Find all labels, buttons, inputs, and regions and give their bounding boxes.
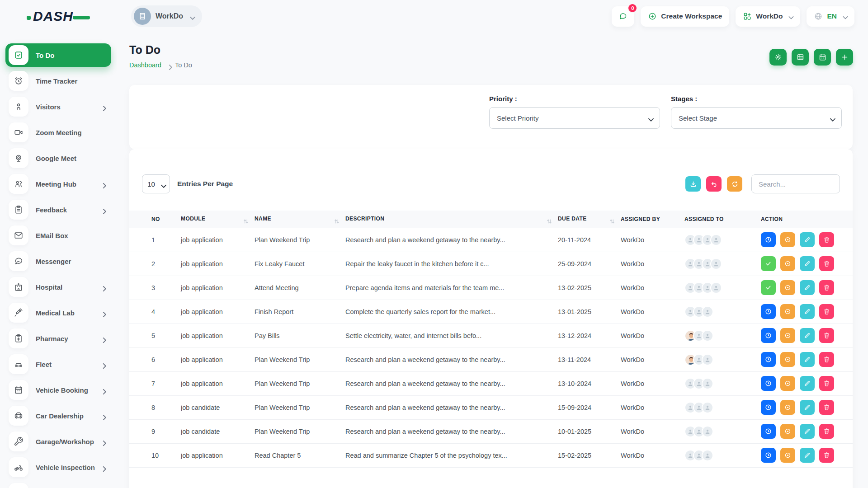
target-action-button[interactable] (780, 256, 795, 271)
sidebar-item-feedback[interactable]: Feedback (5, 198, 111, 221)
clock-action-button[interactable] (761, 448, 776, 463)
gear-button[interactable] (769, 49, 787, 66)
trash-action-button[interactable] (819, 376, 834, 391)
language-selector[interactable]: EN (807, 6, 854, 27)
assignee-avatar[interactable] (702, 450, 713, 461)
pencil-action-button[interactable] (800, 424, 815, 439)
chevron-right-icon (99, 181, 109, 191)
sidebar-item-vehicle-booking[interactable]: Vehicle Booking (5, 378, 111, 402)
check-action-button[interactable] (761, 256, 776, 271)
assignee-avatar[interactable] (702, 426, 713, 437)
column-header-module[interactable]: MODULE (181, 211, 255, 228)
car-icon (14, 359, 24, 369)
sidebar-item-fleet[interactable]: Fleet (5, 352, 111, 376)
pencil-action-button[interactable] (800, 232, 815, 247)
target-action-button[interactable] (780, 304, 795, 319)
assignee-avatar[interactable] (702, 354, 713, 366)
target-action-button[interactable] (780, 352, 795, 367)
sidebar-item-machine-repair[interactable]: Machine Repair (5, 481, 111, 488)
assignee-avatar[interactable] (702, 330, 713, 342)
undo-arrow-button[interactable] (706, 176, 722, 192)
cell-assigned-by: WorkDo (621, 276, 684, 300)
trash-action-button[interactable] (819, 448, 834, 463)
entries-per-page-select[interactable]: 10 (142, 174, 170, 193)
sidebar-item-pharmacy[interactable]: Pharmacy (5, 327, 111, 350)
target-action-button[interactable] (780, 400, 795, 415)
target-action-button[interactable] (780, 448, 795, 463)
assignee-avatar[interactable] (710, 258, 722, 270)
search-input[interactable] (751, 174, 840, 193)
trash-action-button[interactable] (819, 280, 834, 295)
sidebar-item-medical-lab[interactable]: Medical Lab (5, 301, 111, 324)
chevron-right-icon (99, 103, 109, 113)
pencil-action-button[interactable] (800, 448, 815, 463)
clock-action-button[interactable] (761, 424, 776, 439)
pencil-action-button[interactable] (800, 280, 815, 295)
stage-select[interactable]: Select Stage (671, 107, 842, 129)
download-button[interactable] (685, 176, 701, 192)
refresh-button[interactable] (727, 176, 742, 192)
brand-logo[interactable]: DASH (0, 9, 117, 24)
assignee-avatar[interactable] (710, 282, 722, 294)
pencil-action-button[interactable] (800, 376, 815, 391)
clock-action-button[interactable] (761, 376, 776, 391)
messages-button[interactable]: 0 (612, 6, 634, 27)
trash-action-button[interactable] (819, 328, 834, 343)
target-action-button[interactable] (780, 328, 795, 343)
target-action-button[interactable] (780, 280, 795, 295)
trash-action-button[interactable] (819, 424, 834, 439)
sidebar-item-visitors[interactable]: Visitors (5, 95, 111, 118)
sidebar-item-meeting-hub[interactable]: Meeting Hub (5, 172, 111, 196)
sidebar-item-email-box[interactable]: EMail Box (5, 224, 111, 247)
workspace-name: WorkDo (156, 12, 183, 20)
check-action-button[interactable] (761, 280, 776, 295)
sidebar-item-messenger[interactable]: Messenger (5, 249, 111, 273)
assignee-avatar[interactable] (710, 234, 722, 246)
avatar-person-icon (712, 236, 720, 244)
clock-action-button[interactable] (761, 400, 776, 415)
clock-action-button[interactable] (761, 232, 776, 247)
breadcrumb-dashboard-link[interactable]: Dashboard (129, 61, 161, 69)
priority-select[interactable]: Select Priority (489, 107, 660, 129)
workspace-selector[interactable]: WorkDo (131, 5, 202, 27)
pencil-action-button[interactable] (800, 256, 815, 271)
trash-action-button[interactable] (819, 304, 834, 319)
trash-action-button[interactable] (819, 232, 834, 247)
sidebar-item-hospital[interactable]: Hospital (5, 275, 111, 299)
trash-action-button[interactable] (819, 400, 834, 415)
pencil-action-button[interactable] (800, 328, 815, 343)
sidebar-item-garage-workshop[interactable]: Garage/Workshop (5, 430, 111, 453)
messages-badge: 0 (627, 3, 637, 13)
table-grid-button[interactable] (792, 49, 809, 66)
target-action-button[interactable] (780, 232, 795, 247)
calendar-button[interactable] (814, 49, 831, 66)
assignee-avatar[interactable] (702, 306, 713, 318)
clock-action-button[interactable] (761, 304, 776, 319)
cell-no: 8 (129, 395, 181, 419)
sidebar-item-car-dealership[interactable]: Car Dealership (5, 404, 111, 427)
column-header-due-date[interactable]: DUE DATE (558, 211, 621, 228)
workspace-menu-button[interactable]: WorkDo (736, 6, 800, 27)
sidebar-item-time-tracker[interactable]: Time Tracker (5, 69, 111, 93)
target-action-button[interactable] (780, 376, 795, 391)
clock-action-button[interactable] (761, 352, 776, 367)
check-square-icon (14, 50, 24, 60)
sidebar-item-to-do[interactable]: To Do (5, 43, 111, 67)
pencil-action-button[interactable] (800, 304, 815, 319)
sidebar-item-google-meet[interactable]: Google Meet (5, 146, 111, 170)
create-workspace-button[interactable]: Create Workspace (641, 6, 729, 27)
cell-due-date: 25-09-2024 (558, 252, 621, 276)
clock-action-button[interactable] (761, 328, 776, 343)
target-action-button[interactable] (780, 424, 795, 439)
column-header-description[interactable]: DESCRIPTION (345, 211, 558, 228)
assignee-avatar[interactable] (702, 378, 713, 389)
pencil-action-button[interactable] (800, 352, 815, 367)
column-header-name[interactable]: NAME (255, 211, 345, 228)
pencil-action-button[interactable] (800, 400, 815, 415)
sidebar-item-vehicle-inspection[interactable]: Vehicle Inspection (5, 455, 111, 479)
assignee-avatar[interactable] (702, 402, 713, 413)
sidebar-item-zoom-meeting[interactable]: Zoom Meeting (5, 121, 111, 144)
plus-button[interactable] (836, 49, 853, 66)
trash-action-button[interactable] (819, 352, 834, 367)
trash-action-button[interactable] (819, 256, 834, 271)
